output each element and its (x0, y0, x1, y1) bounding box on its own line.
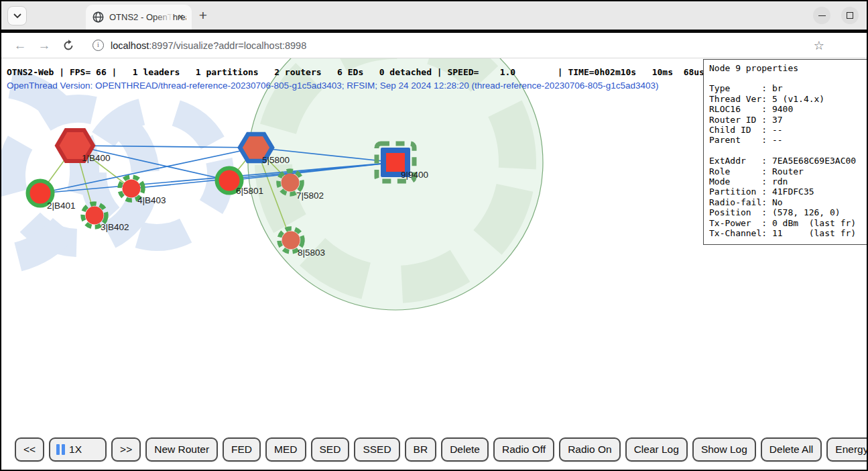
radio-on-button[interactable]: Radio On (559, 437, 620, 462)
node-label: 4|B403 (137, 195, 166, 205)
node-label: 5|5800 (262, 155, 290, 165)
url-host: localhost (111, 40, 149, 51)
bookmark-star-icon[interactable]: ☆ (814, 38, 824, 53)
prop-child-id: Child ID : -- (709, 125, 867, 135)
node-label: 9|9400 (401, 170, 428, 180)
prop-rloc16: RLOC16 : 9400 (709, 104, 867, 114)
pause-icon (56, 444, 65, 455)
delete-button[interactable]: Delete (441, 437, 489, 462)
prop-tx-channel: Tx-Channel: 11 (last fr) (709, 228, 867, 238)
control-button-row: << 1X >> New Router FED MED SED SSED BR … (15, 437, 867, 462)
node-label: 7|5802 (296, 191, 324, 201)
browser-window: OTNS2 - OpenThread Ne × + ← → i localhos… (1, 1, 867, 470)
tab-search-button[interactable] (7, 6, 27, 25)
new-tab-button[interactable]: + (196, 9, 210, 23)
window-controls (813, 7, 859, 24)
node-label: 1|B400 (82, 153, 111, 163)
speed-up-button[interactable]: >> (111, 437, 141, 462)
maximize-button[interactable] (841, 7, 859, 24)
prop-tx-power: Tx-Power : 0 dBm (last fr) (709, 218, 867, 228)
simulation-status-line: OTNS2-Web | FPS= 66 | 1 leaders 1 partit… (7, 67, 704, 77)
prop-mode: Mode : rdn (709, 176, 867, 187)
back-button[interactable]: ← (11, 38, 29, 53)
med-button[interactable]: MED (265, 437, 306, 462)
ssed-button[interactable]: SSED (354, 437, 399, 462)
tab-active[interactable]: OTNS2 - OpenThread Ne × (86, 5, 192, 30)
openthread-version-line: OpenThread Version: OPENTHREAD/thread-re… (7, 81, 659, 91)
reload-icon (62, 40, 74, 52)
url-bar[interactable]: localhost:8997/visualize?addr=localhost:… (111, 40, 814, 51)
pause-speed-button[interactable]: 1X (49, 437, 107, 462)
show-log-button[interactable]: Show Log (692, 437, 756, 462)
prop-position: Position : (578, 126, 0) (709, 207, 867, 217)
maximize-icon (847, 12, 853, 19)
url-path: :8997/visualize?addr=localhost:8998 (149, 40, 306, 51)
site-info-icon[interactable]: i (92, 40, 104, 51)
tab-title-fade (156, 5, 173, 30)
new-router-button[interactable]: New Router (145, 437, 218, 462)
prop-partition: Partition : 41FDFC35 (709, 187, 867, 197)
clear-log-button[interactable]: Clear Log (625, 437, 688, 462)
prop-blank (709, 146, 867, 156)
tab-close-icon[interactable]: × (175, 11, 186, 23)
node-label: 6|5801 (236, 186, 263, 196)
energy-stats-button[interactable]: Energy-stats ↗ (826, 437, 867, 462)
browser-toolbar: ← → i localhost:8997/visualize?addr=loca… (1, 33, 867, 58)
node-label: 3|B402 (101, 222, 129, 232)
properties-title: Node 9 properties (709, 63, 867, 73)
delete-all-button[interactable]: Delete All (761, 437, 822, 462)
prop-extaddr: ExtAddr : 7EA5E68C69E3AC00 (709, 156, 867, 166)
prop-radio-fail: Radio-fail: No (709, 197, 867, 207)
link-1-5 (75, 146, 256, 148)
minimize-button[interactable] (813, 7, 830, 24)
otns-canvas-area[interactable]: 1|B400 2|B401 3|B402 4|B403 5|5800 6|580… (1, 58, 867, 470)
br-button[interactable]: BR (405, 437, 437, 462)
prop-router-id: Router ID : 37 (709, 115, 867, 125)
speed-label: 1X (69, 443, 82, 456)
fed-button[interactable]: FED (223, 437, 261, 462)
tab-strip: OTNS2 - OpenThread Ne × + (1, 1, 867, 30)
forward-button[interactable]: → (35, 38, 54, 53)
prop-thread-ver: Thread Ver: 5 (v1.4.x) (709, 94, 867, 104)
prop-parent: Parent : -- (709, 135, 867, 145)
chevron-down-icon (13, 13, 21, 19)
globe-favicon-icon (92, 11, 104, 23)
node-properties-panel: Node 9 properties Type : br Thread Ver: … (703, 59, 867, 245)
sed-button[interactable]: SED (311, 437, 350, 462)
prop-type: Type : br (709, 83, 867, 93)
prop-role: Role : Router (709, 166, 867, 176)
node-label: 8|5803 (298, 248, 325, 258)
radio-off-button[interactable]: Radio Off (493, 437, 554, 462)
minimize-icon (818, 15, 826, 16)
speed-down-button[interactable]: << (15, 437, 44, 462)
profile-avatar[interactable]: E (838, 36, 856, 54)
reload-button[interactable] (59, 40, 78, 52)
node-label: 2|B401 (47, 201, 76, 211)
